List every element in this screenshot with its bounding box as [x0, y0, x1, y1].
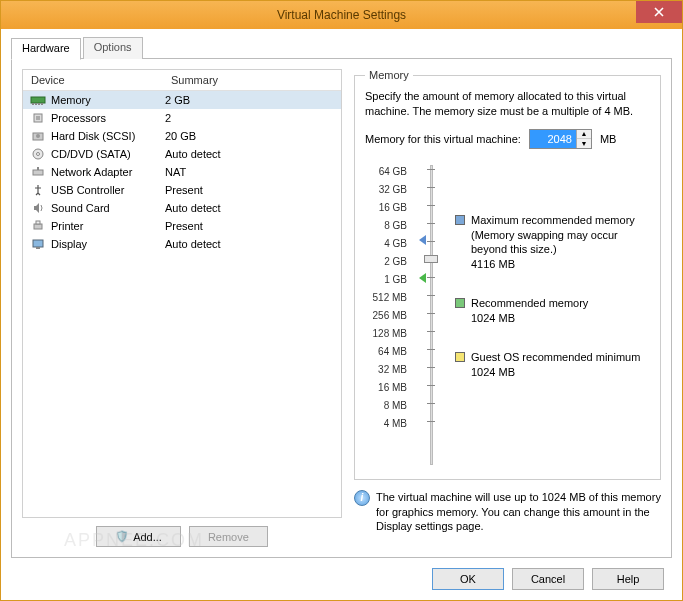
- svg-rect-3: [38, 103, 40, 105]
- svg-rect-4: [41, 103, 43, 105]
- device-row-net[interactable]: Network AdapterNAT: [23, 163, 341, 181]
- memory-field-label: Memory for this virtual machine:: [365, 133, 521, 145]
- legend-rec-value: 1024 MB: [471, 311, 588, 326]
- device-name: CD/DVD (SATA): [51, 148, 161, 160]
- device-name: Printer: [51, 220, 161, 232]
- titlebar: Virtual Machine Settings: [1, 1, 682, 29]
- tick-mark: [427, 241, 435, 242]
- spinner-buttons: ▲ ▼: [576, 130, 591, 148]
- legend-max: Maximum recommended memory (Memory swapp…: [455, 213, 650, 272]
- tick-mark: [427, 421, 435, 422]
- info-icon: i: [354, 490, 370, 506]
- svg-rect-16: [36, 247, 40, 249]
- close-button[interactable]: [636, 1, 682, 23]
- device-row-usb[interactable]: USB ControllerPresent: [23, 181, 341, 199]
- svg-rect-14: [36, 221, 40, 224]
- tab-options[interactable]: Options: [83, 37, 143, 59]
- svg-rect-1: [32, 103, 34, 105]
- device-row-memory[interactable]: Memory2 GB: [23, 91, 341, 109]
- memory-icon: [29, 93, 47, 107]
- device-row-display[interactable]: DisplayAuto detect: [23, 235, 341, 253]
- device-row-sound[interactable]: Sound CardAuto detect: [23, 199, 341, 217]
- tick-label: 512 MB: [373, 289, 407, 307]
- svg-point-8: [36, 134, 40, 138]
- slider-thumb[interactable]: [424, 255, 438, 263]
- tick-mark: [427, 295, 435, 296]
- memory-unit: MB: [600, 133, 617, 145]
- tick-label: 128 MB: [373, 325, 407, 343]
- tick-label: 16 GB: [379, 199, 407, 217]
- tick-label: 8 MB: [384, 397, 407, 415]
- tick-label: 64 GB: [379, 163, 407, 181]
- tick-label: 256 MB: [373, 307, 407, 325]
- ok-button[interactable]: OK: [432, 568, 504, 590]
- tick-mark: [427, 349, 435, 350]
- memory-slider-area: 64 GB32 GB16 GB8 GB4 GB2 GB1 GB512 MB256…: [365, 163, 650, 469]
- cancel-button[interactable]: Cancel: [512, 568, 584, 590]
- tick-label: 8 GB: [384, 217, 407, 235]
- device-summary: 20 GB: [161, 130, 341, 142]
- svg-rect-13: [34, 224, 42, 229]
- info-text: The virtual machine will use up to 1024 …: [376, 490, 661, 535]
- tick-mark: [427, 187, 435, 188]
- memory-input[interactable]: [530, 130, 576, 148]
- net-icon: [29, 165, 47, 179]
- swatch-yellow-icon: [455, 352, 465, 362]
- slider-track-column: [421, 163, 441, 469]
- tick-label: 16 MB: [378, 379, 407, 397]
- legend-min-label: Guest OS recommended minimum: [471, 350, 640, 365]
- spinner-up[interactable]: ▲: [577, 130, 591, 139]
- memory-input-row: Memory for this virtual machine: ▲ ▼ MB: [365, 129, 650, 149]
- usb-icon: [29, 183, 47, 197]
- column-device: Device: [23, 70, 163, 90]
- tick-mark: [427, 277, 435, 278]
- window-body: Hardware Options Device Summary Memory2 …: [1, 29, 682, 600]
- legend-max-text: Maximum recommended memory (Memory swapp…: [471, 213, 650, 272]
- tick-mark: [427, 313, 435, 314]
- tab-content: Device Summary Memory2 GBProcessors2Hard…: [11, 58, 672, 558]
- device-list: Device Summary Memory2 GBProcessors2Hard…: [22, 69, 342, 518]
- tick-label: 4 MB: [384, 415, 407, 433]
- tab-hardware[interactable]: Hardware: [11, 38, 81, 60]
- cpu-icon: [29, 111, 47, 125]
- legend-min-value: 1024 MB: [471, 365, 640, 380]
- device-summary: Present: [161, 220, 341, 232]
- settings-window: Virtual Machine Settings Hardware Option…: [0, 0, 683, 601]
- left-panel: Device Summary Memory2 GBProcessors2Hard…: [22, 69, 342, 547]
- tick-mark: [427, 385, 435, 386]
- device-summary: 2: [161, 112, 341, 124]
- tick-label: 2 GB: [384, 253, 407, 271]
- cd-icon: [29, 147, 47, 161]
- legend-min-text: Guest OS recommended minimum 1024 MB: [471, 350, 640, 380]
- device-name: Sound Card: [51, 202, 161, 214]
- tick-mark: [427, 169, 435, 170]
- help-button[interactable]: Help: [592, 568, 664, 590]
- device-name: Processors: [51, 112, 161, 124]
- legend-rec-text: Recommended memory 1024 MB: [471, 296, 588, 326]
- device-row-cpu[interactable]: Processors2: [23, 109, 341, 127]
- device-row-printer[interactable]: PrinterPresent: [23, 217, 341, 235]
- spinner-down[interactable]: ▼: [577, 139, 591, 148]
- footer-buttons: OK Cancel Help: [11, 558, 672, 590]
- watermark: APPNEE.COM: [64, 530, 204, 551]
- device-summary: Present: [161, 184, 341, 196]
- device-row-hdd[interactable]: Hard Disk (SCSI)20 GB: [23, 127, 341, 145]
- tick-label: 64 MB: [378, 343, 407, 361]
- device-list-header: Device Summary: [23, 70, 341, 91]
- svg-rect-2: [35, 103, 37, 105]
- slider-track[interactable]: [430, 165, 433, 465]
- memory-spinner[interactable]: ▲ ▼: [529, 129, 592, 149]
- legend-max-value: 4116 MB: [471, 257, 650, 272]
- legend-max-note: (Memory swapping may occur beyond this s…: [471, 228, 650, 258]
- tab-strip: Hardware Options: [11, 37, 672, 59]
- rec-marker-icon: [419, 273, 426, 283]
- swatch-blue-icon: [455, 215, 465, 225]
- device-row-cd[interactable]: CD/DVD (SATA)Auto detect: [23, 145, 341, 163]
- info-row: i The virtual machine will use up to 102…: [354, 490, 661, 535]
- tick-mark: [427, 331, 435, 332]
- legend-rec: Recommended memory 1024 MB: [455, 296, 650, 326]
- tick-mark: [427, 223, 435, 224]
- tick-label: 4 GB: [384, 235, 407, 253]
- device-name: USB Controller: [51, 184, 161, 196]
- legend-rec-label: Recommended memory: [471, 296, 588, 311]
